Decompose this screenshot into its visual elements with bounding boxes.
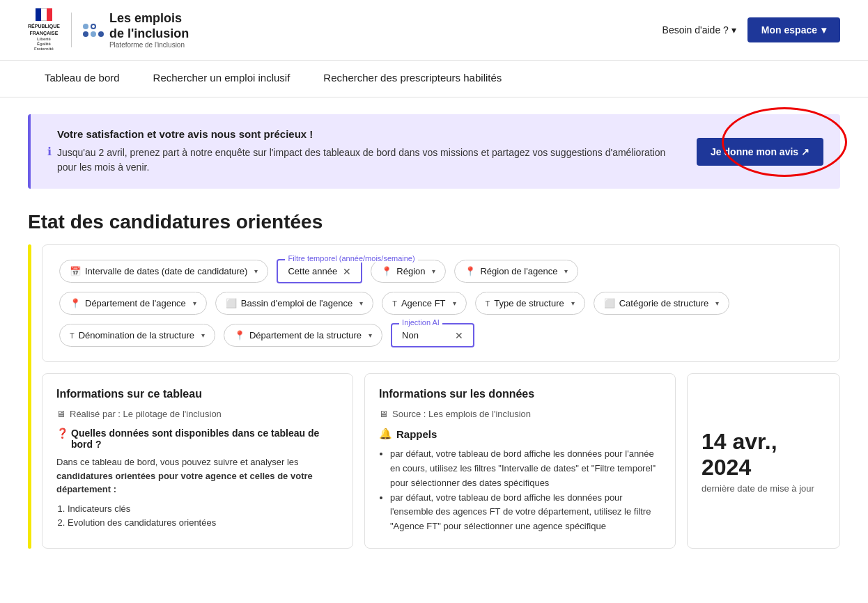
temporal-filter-label: Filtre temporel (année/mois/semaine) <box>285 254 417 263</box>
dept-structure-chevron: ▾ <box>369 331 372 339</box>
bassin-chevron: ▾ <box>359 299 363 307</box>
republic-flag <box>36 8 52 21</box>
rappel-item-2: par défaut, votre tableau de bord affich… <box>390 491 661 534</box>
denomination-chevron: ▾ <box>201 331 205 339</box>
region-label: Région <box>396 266 425 276</box>
region-agence-filter[interactable]: 📍 Région de l'agence ▾ <box>454 260 578 283</box>
categorie-structure-label: Catégorie de structure <box>619 298 709 308</box>
filter-row-1: 📅 Intervalle de dates (date de candidatu… <box>59 259 823 283</box>
injection-ai-filter[interactable]: Injection AI Non ✕ <box>391 323 474 347</box>
denomination-label: Dénomination de la structure <box>79 330 194 340</box>
bell-icon: 🔔 <box>379 428 392 440</box>
denomination-filter[interactable]: T Dénomination de la structure ▾ <box>59 324 215 347</box>
logo-divider <box>71 13 72 47</box>
satisfaction-banner: ℹ Votre satisfaction et votre avis nous … <box>28 114 840 189</box>
info-tableau-title: Informations sur ce tableau <box>56 388 339 400</box>
dot-row-top <box>83 24 104 29</box>
platform-name: Les emplois de l'inclusion <box>109 11 189 41</box>
type-structure-chevron: ▾ <box>571 299 575 307</box>
platform-sub: Plateforme de l'inclusion <box>109 41 189 49</box>
dot-1 <box>83 24 88 29</box>
location-agence-icon: 📍 <box>465 266 476 276</box>
filter-row-2: 📍 Département de l'agence ▾ ⬜ Bassin d'e… <box>59 292 823 315</box>
question-icon: ❓ <box>56 428 68 439</box>
temporal-filter-clear[interactable]: ✕ <box>343 267 351 276</box>
info-tableau-card: Informations sur ce tableau 🖥 Réalisé pa… <box>42 373 353 549</box>
filters-section: 📅 Intervalle de dates (date de candidatu… <box>42 244 840 362</box>
list-item-2: Evolution des candidatures orientées <box>68 516 339 531</box>
nav-tableau-de-bord[interactable]: Tableau de bord <box>28 61 137 97</box>
info-source: 🖥 Source : Les emplois de l'inclusion <box>379 409 661 419</box>
agence-ft-filter[interactable]: T Agence FT ▾ <box>382 292 466 315</box>
injection-ai-clear[interactable]: ✕ <box>455 331 463 340</box>
date-card: 14 avr., 2024 dernière date de mise à jo… <box>687 373 840 549</box>
dot-5 <box>98 31 104 37</box>
nav-rechercher-prescripteurs[interactable]: Rechercher des prescripteurs habilités <box>307 61 518 97</box>
yellow-bar-annotation <box>28 244 31 549</box>
source-icon: 🖥 <box>379 409 388 419</box>
denomination-icon: T <box>70 331 75 340</box>
info-icon: ℹ <box>47 145 52 158</box>
info-donnees-card: Informations sur les données 🖥 Source : … <box>364 373 676 549</box>
list-item-1: Indicateurs clés <box>68 502 339 517</box>
categorie-structure-chevron: ▾ <box>715 299 719 307</box>
info-section: Informations sur ce tableau 🖥 Réalisé pa… <box>42 373 840 549</box>
calendar-icon: 📅 <box>70 266 81 276</box>
dept-structure-icon: 📍 <box>234 330 245 340</box>
mon-espace-button[interactable]: Mon espace ▾ <box>747 17 840 42</box>
feedback-button[interactable]: Je donne mon avis ↗ <box>697 138 823 166</box>
info-tableau-author: 🖥 Réalisé par : Le pilotage de l'inclusi… <box>56 409 339 419</box>
agence-ft-icon: T <box>392 299 397 308</box>
bassin-label: Bassin d'emploi de l'agence <box>241 298 352 308</box>
dept-structure-label: Département de la structure <box>249 330 362 340</box>
temporal-filter-value: Cette année <box>288 266 337 276</box>
region-agence-label: Région de l'agence <box>480 266 557 276</box>
banner-text: Jusqu'au 2 avril, prenez part à notre en… <box>57 146 680 175</box>
dot-2 <box>91 24 96 29</box>
categorie-structure-filter[interactable]: ⬜ Catégorie de structure ▾ <box>594 292 730 315</box>
agence-ft-label: Agence FT <box>401 298 446 308</box>
injection-ai-value: Non <box>402 330 419 340</box>
bassin-icon: ⬜ <box>226 298 237 308</box>
republic-logo: RÉPUBLIQUEFRANÇAISE LibertéÉgalitéFrater… <box>28 8 60 52</box>
author-icon: 🖥 <box>56 409 65 419</box>
temporal-filter-inner: Cette année ✕ <box>288 266 351 276</box>
header: RÉPUBLIQUEFRANÇAISE LibertéÉgalitéFrater… <box>0 0 868 61</box>
banner-title: Votre satisfaction et votre avis nous so… <box>57 128 680 140</box>
date-interval-filter[interactable]: 📅 Intervalle de dates (date de candidatu… <box>59 260 268 283</box>
page-title: Etat des candidatures orientées <box>0 205 868 244</box>
rappels-title-text: Rappels <box>396 428 437 440</box>
republic-subtitle: LibertéÉgalitéFraternité <box>34 37 54 52</box>
dept-agence-icon: 📍 <box>70 298 81 308</box>
platform-logo: Les emplois de l'inclusion Plateforme de… <box>83 11 189 49</box>
content-wrapper: 📅 Intervalle de dates (date de candidatu… <box>28 244 840 549</box>
injection-ai-filter-inner: Non ✕ <box>402 330 463 340</box>
source-text: Source : Les emplois de l'inclusion <box>392 409 531 419</box>
dept-agence-filter[interactable]: 📍 Département de l'agence ▾ <box>59 292 207 315</box>
rappels-list: par défaut, votre tableau de bord affich… <box>379 447 661 534</box>
chevron-down-icon: ▾ <box>731 24 736 36</box>
temporal-filter[interactable]: Filtre temporel (année/mois/semaine) Cet… <box>277 259 362 283</box>
filter-row-3: T Dénomination de la structure ▾ 📍 Dépar… <box>59 323 823 347</box>
info-list: Indicateurs clés Evolution des candidatu… <box>56 502 339 531</box>
type-structure-filter[interactable]: T Type de structure ▾ <box>475 292 585 315</box>
main-nav: Tableau de bord Rechercher un emploi inc… <box>0 61 868 97</box>
dot-4 <box>91 31 96 37</box>
rappel-item-1: par défaut, votre tableau de bord affich… <box>390 447 661 490</box>
type-structure-label: Type de structure <box>494 298 564 308</box>
chevron-down-icon-2: ▾ <box>821 24 826 36</box>
help-button[interactable]: Besoin d'aide ? ▾ <box>662 24 736 36</box>
bassin-filter[interactable]: ⬜ Bassin d'emploi de l'agence ▾ <box>215 292 373 315</box>
nav-rechercher-emploi[interactable]: Rechercher un emploi inclusif <box>137 61 307 97</box>
banner-icon-area: ℹ <box>47 145 57 158</box>
mon-espace-label: Mon espace <box>761 24 817 36</box>
region-filter[interactable]: 📍 Région ▾ <box>371 260 446 283</box>
header-right: Besoin d'aide ? ▾ Mon espace ▾ <box>662 17 840 42</box>
dept-structure-filter[interactable]: 📍 Département de la structure ▾ <box>224 324 382 347</box>
info-question: ❓ Quelles données sont disponibles dans … <box>56 428 339 450</box>
info-description: Dans ce tableau de bord, vous pouvez sui… <box>56 455 339 496</box>
date-interval-label: Intervalle de dates (date de candidature… <box>85 266 247 276</box>
banner-content: Votre satisfaction et votre avis nous so… <box>57 128 680 175</box>
republic-text: RÉPUBLIQUEFRANÇAISE <box>28 23 60 37</box>
info-donnees-title: Informations sur les données <box>379 388 661 400</box>
